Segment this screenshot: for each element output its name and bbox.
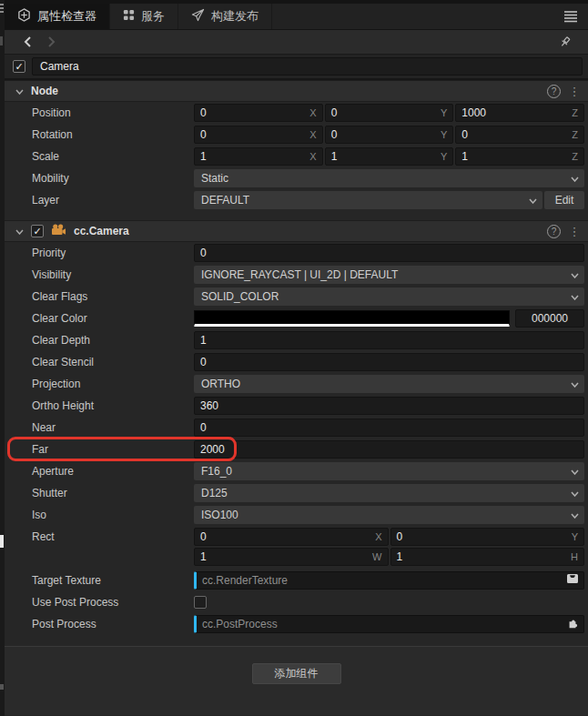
chevron-down-icon	[571, 172, 579, 185]
aperture-label: Aperture	[32, 465, 194, 478]
rotation-z-input[interactable]: 0Z	[455, 126, 584, 144]
row-clear-color: Clear Color 000000	[5, 308, 588, 329]
rotation-x-input[interactable]: 0X	[194, 126, 323, 144]
far-label: Far	[32, 443, 194, 456]
help-icon[interactable]: ?	[547, 85, 561, 98]
near-input[interactable]: 0	[194, 419, 584, 437]
shutter-label: Shutter	[32, 487, 194, 499]
add-component-button[interactable]: 添加组件	[252, 663, 341, 684]
axis-label-x: X	[309, 129, 316, 140]
scale-x-input[interactable]: 1X	[194, 147, 323, 166]
clear-stencil-input[interactable]: 0	[194, 353, 584, 371]
rect-y-input[interactable]: 0Y	[390, 528, 585, 546]
priority-label: Priority	[32, 247, 194, 259]
visibility-select[interactable]: IGNORE_RAYCAST | UI_2D | DEFAULT	[194, 266, 584, 284]
color-swatch[interactable]	[194, 310, 510, 327]
camera-icon	[51, 224, 66, 238]
color-hex-input[interactable]: 000000	[515, 309, 584, 328]
use-post-process-checkbox[interactable]	[194, 596, 207, 609]
row-use-post-process: Use Post Process	[5, 591, 588, 613]
node-name-row: ✓ Camera	[5, 55, 588, 80]
chevron-down-icon	[571, 487, 579, 499]
row-projection: Projection ORTHO	[5, 373, 588, 395]
row-position: Position 0X 0Y 1000Z	[5, 102, 588, 124]
rotation-y-input[interactable]: 0Y	[325, 126, 454, 144]
row-clear-depth: Clear Depth 1	[5, 329, 588, 351]
axis-label-x: X	[309, 151, 316, 162]
row-visibility: Visibility IGNORE_RAYCAST | UI_2D | DEFA…	[5, 264, 588, 286]
chevron-down-icon[interactable]	[15, 85, 24, 97]
chevron-down-icon	[571, 465, 579, 478]
node-name-input[interactable]: Camera	[32, 57, 583, 76]
use-post-process-label: Use Post Process	[32, 596, 194, 609]
axis-label-y: Y	[441, 129, 447, 140]
row-clear-stencil: Clear Stencil 0	[5, 351, 588, 373]
chevron-down-icon	[571, 509, 579, 521]
axis-label-z: Z	[572, 129, 578, 140]
camera-enabled-checkbox[interactable]: ✓	[31, 225, 44, 237]
clear-stencil-label: Clear Stencil	[32, 356, 194, 368]
node-section-header[interactable]: Node ? ⋮	[5, 80, 588, 102]
target-texture-placeholder: cc.RenderTexture	[202, 574, 567, 587]
panel-menu-icon[interactable]	[553, 4, 588, 29]
kebab-menu-icon[interactable]: ⋮	[568, 85, 581, 98]
position-x-input[interactable]: 0X	[194, 104, 323, 122]
forward-icon[interactable]	[39, 33, 63, 51]
node-section-title: Node	[31, 85, 58, 97]
position-y-input[interactable]: 0Y	[325, 104, 454, 122]
inspector-panel: 属性检查器 服务 构建发布 ✓	[5, 0, 588, 716]
tab-inspector-label: 属性检查器	[37, 8, 96, 25]
axis-label-z: Z	[572, 107, 578, 118]
layer-select[interactable]: DEFAULT	[194, 191, 542, 209]
axis-label-w: W	[372, 551, 381, 562]
rotation-label: Rotation	[32, 128, 194, 141]
kebab-menu-icon[interactable]: ⋮	[568, 225, 581, 238]
layer-edit-button[interactable]: Edit	[544, 191, 584, 209]
axis-label-y: Y	[572, 531, 578, 542]
priority-input[interactable]: 0	[194, 244, 584, 262]
post-process-field[interactable]: cc.PostProcess	[194, 615, 584, 633]
shutter-select[interactable]: D125	[194, 484, 584, 502]
puzzle-piece-icon	[567, 618, 578, 631]
clear-depth-input[interactable]: 1	[194, 331, 584, 349]
rect-h-input[interactable]: 1H	[390, 548, 585, 566]
axis-label-x: X	[309, 107, 316, 118]
aperture-select[interactable]: F16_0	[194, 462, 584, 480]
scale-label: Scale	[32, 150, 194, 163]
ortho-height-input[interactable]: 360	[194, 397, 584, 415]
rect-x-input[interactable]: 0X	[194, 528, 389, 546]
clear-flags-select[interactable]: SOLID_COLOR	[194, 287, 584, 306]
tab-inspector[interactable]: 属性检查器	[5, 4, 110, 29]
tab-service[interactable]: 服务	[110, 4, 178, 29]
scale-z-input[interactable]: 1Z	[455, 147, 584, 166]
chevron-down-icon	[529, 194, 537, 207]
tab-bar: 属性检查器 服务 构建发布	[5, 0, 588, 30]
row-mobility: Mobility Static	[5, 167, 588, 189]
iso-label: Iso	[32, 509, 194, 521]
row-clear-flags: Clear Flags SOLID_COLOR	[5, 286, 588, 308]
camera-section-header[interactable]: ✓ cc.Camera ? ⋮	[5, 220, 588, 242]
projection-select[interactable]: ORTHO	[194, 375, 584, 393]
row-target-texture: Target Texture cc.RenderTexture	[5, 570, 588, 591]
layer-label: Layer	[32, 194, 194, 207]
node-active-checkbox[interactable]: ✓	[13, 60, 25, 73]
tab-build[interactable]: 构建发布	[178, 4, 272, 29]
axis-label-z: Z	[572, 151, 578, 162]
far-input[interactable]: 2000	[194, 440, 584, 459]
row-priority: Priority 0	[5, 242, 588, 264]
position-z-input[interactable]: 1000Z	[455, 104, 584, 122]
iso-select[interactable]: ISO100	[194, 506, 584, 524]
axis-label-x: X	[375, 531, 381, 542]
row-aperture: Aperture F16_0	[5, 460, 588, 482]
row-far: Far 2000	[5, 439, 588, 460]
mobility-select[interactable]: Static	[194, 169, 584, 187]
footer-area: 添加组件	[5, 646, 588, 715]
axis-label-h: H	[571, 551, 578, 562]
back-icon[interactable]	[15, 33, 39, 51]
scale-y-input[interactable]: 1Y	[325, 147, 454, 166]
target-texture-field[interactable]: cc.RenderTexture	[194, 571, 584, 590]
pin-icon[interactable]	[553, 33, 577, 51]
help-icon[interactable]: ?	[547, 225, 561, 238]
chevron-down-icon[interactable]	[15, 225, 24, 237]
rect-w-input[interactable]: 1W	[194, 548, 389, 566]
